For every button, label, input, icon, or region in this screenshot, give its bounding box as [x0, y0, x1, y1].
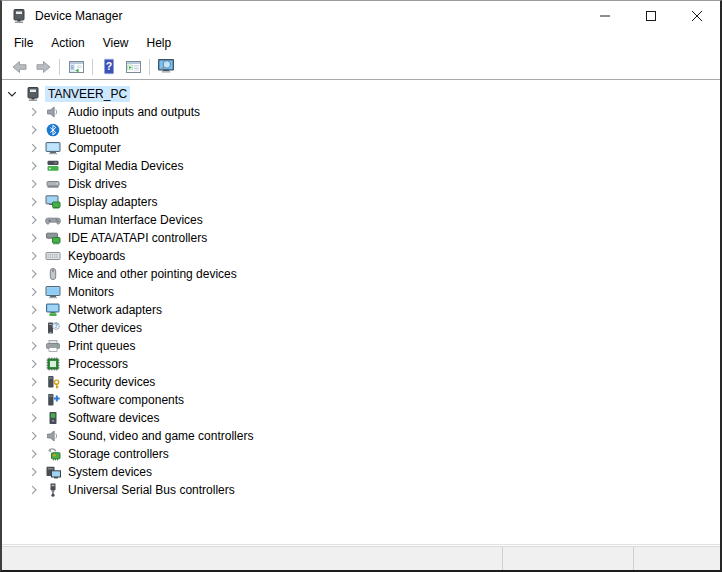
tree-item-label[interactable]: Universal Serial Bus controllers	[65, 482, 238, 498]
tree-item-keyboards[interactable]: Keyboards	[2, 247, 720, 265]
chevron-right-icon[interactable]	[26, 320, 42, 336]
security-device-icon	[45, 374, 61, 390]
tree-item-bluetooth[interactable]: Bluetooth	[2, 121, 720, 139]
chevron-right-icon[interactable]	[26, 446, 42, 462]
tree-item-label[interactable]: Network adapters	[65, 302, 165, 318]
show-action-pane-button[interactable]	[122, 56, 144, 78]
maximize-button[interactable]	[628, 1, 674, 31]
chevron-right-icon[interactable]	[26, 122, 42, 138]
tree-item-label[interactable]: Monitors	[65, 284, 117, 300]
monitor-icon	[45, 284, 61, 300]
chevron-right-icon[interactable]	[26, 104, 42, 120]
gamepad-icon	[45, 212, 61, 228]
tree-item-ide-ata-atapi-controllers[interactable]: IDE ATA/ATAPI controllers	[2, 229, 720, 247]
tree-item-label[interactable]: Human Interface Devices	[65, 212, 206, 228]
tree-item-network-adapters[interactable]: Network adapters	[2, 301, 720, 319]
tree-item-label[interactable]: Digital Media Devices	[65, 158, 186, 174]
menu-view[interactable]: View	[94, 31, 138, 54]
tree-item-label[interactable]: Storage controllers	[65, 446, 172, 462]
close-button[interactable]	[674, 1, 720, 31]
menu-action[interactable]: Action	[42, 31, 93, 54]
tree-item-label[interactable]: System devices	[65, 464, 155, 480]
tree-item-computer[interactable]: Computer	[2, 139, 720, 157]
tree-item-processors[interactable]: Processors	[2, 355, 720, 373]
chevron-right-icon[interactable]	[26, 248, 42, 264]
tree-item-label[interactable]: Security devices	[65, 374, 158, 390]
tree-item-label[interactable]: IDE ATA/ATAPI controllers	[65, 230, 210, 246]
chevron-right-icon[interactable]	[26, 374, 42, 390]
tree-item-universal-serial-bus-controllers[interactable]: Universal Serial Bus controllers	[2, 481, 720, 499]
tree-item-label[interactable]: Software components	[65, 392, 187, 408]
chevron-right-icon[interactable]	[26, 266, 42, 282]
chevron-right-icon[interactable]	[26, 482, 42, 498]
tree-item-label[interactable]: Computer	[65, 140, 124, 156]
tree-item-label[interactable]: Display adapters	[65, 194, 160, 210]
tree-item-digital-media-devices[interactable]: Digital Media Devices	[2, 157, 720, 175]
tree-item-system-devices[interactable]: System devices	[2, 463, 720, 481]
chevron-right-icon[interactable]	[26, 338, 42, 354]
display-adapter-icon	[45, 194, 61, 210]
tree-item-label[interactable]: TANVEER_PC	[45, 86, 130, 102]
tree-item-mice-and-other-pointing-devices[interactable]: Mice and other pointing devices	[2, 265, 720, 283]
menu-help[interactable]: Help	[138, 31, 181, 54]
tree-item-label[interactable]: Keyboards	[65, 248, 128, 264]
tree-item-label[interactable]: Processors	[65, 356, 131, 372]
storage-controller-icon	[45, 446, 61, 462]
chevron-right-icon[interactable]	[26, 230, 42, 246]
tree-item-monitors[interactable]: Monitors	[2, 283, 720, 301]
mouse-icon	[45, 266, 61, 282]
device-tree: TANVEER_PCAudio inputs and outputsBlueto…	[2, 85, 720, 499]
statusbar-section-2	[503, 547, 634, 570]
scan-hardware-changes-button[interactable]	[155, 56, 177, 78]
back-button[interactable]	[8, 56, 30, 78]
minimize-button[interactable]	[582, 1, 628, 31]
tree-item-software-devices[interactable]: Software devices	[2, 409, 720, 427]
tree-item-label[interactable]: Disk drives	[65, 176, 130, 192]
chevron-right-icon[interactable]	[26, 194, 42, 210]
chevron-right-icon[interactable]	[26, 302, 42, 318]
chevron-right-icon[interactable]	[26, 176, 42, 192]
tree-item-label[interactable]: Bluetooth	[65, 122, 122, 138]
tree-item-display-adapters[interactable]: Display adapters	[2, 193, 720, 211]
chevron-right-icon[interactable]	[26, 212, 42, 228]
chevron-right-icon[interactable]	[26, 158, 42, 174]
chevron-right-icon[interactable]	[26, 356, 42, 372]
tree-item-security-devices[interactable]: Security devices	[2, 373, 720, 391]
chevron-down-icon[interactable]	[4, 86, 20, 102]
tree-item-label[interactable]: Other devices	[65, 320, 145, 336]
help-button[interactable]: ?	[98, 56, 120, 78]
maximize-icon	[646, 11, 656, 21]
forward-button[interactable]	[32, 56, 54, 78]
tree-root-tanveer-pc[interactable]: TANVEER_PC	[2, 85, 720, 103]
menubar: FileActionViewHelp	[2, 31, 720, 54]
svg-text:?: ?	[106, 60, 112, 72]
ide-controller-icon	[45, 230, 61, 246]
minimize-icon	[600, 11, 610, 21]
chevron-right-icon[interactable]	[26, 428, 42, 444]
chevron-right-icon[interactable]	[26, 140, 42, 156]
chevron-right-icon[interactable]	[26, 392, 42, 408]
chevron-right-icon[interactable]	[26, 410, 42, 426]
device-manager-window: Device Manager FileActionViewHelp ?	[0, 0, 722, 572]
chevron-right-icon[interactable]	[26, 284, 42, 300]
toolbar: ?	[2, 54, 720, 80]
tree-item-storage-controllers[interactable]: Storage controllers	[2, 445, 720, 463]
menu-file[interactable]: File	[5, 31, 42, 54]
tree-item-other-devices[interactable]: ?Other devices	[2, 319, 720, 337]
chevron-right-icon[interactable]	[26, 464, 42, 480]
tree-item-print-queues[interactable]: Print queues	[2, 337, 720, 355]
tree-item-software-components[interactable]: Software components	[2, 391, 720, 409]
tree-item-label[interactable]: Print queues	[65, 338, 138, 354]
tree-item-label[interactable]: Software devices	[65, 410, 162, 426]
tree-item-human-interface-devices[interactable]: Human Interface Devices	[2, 211, 720, 229]
show-console-tree-button[interactable]	[65, 56, 87, 78]
tree-item-label[interactable]: Audio inputs and outputs	[65, 104, 203, 120]
tree-item-label[interactable]: Mice and other pointing devices	[65, 266, 240, 282]
tree-item-disk-drives[interactable]: Disk drives	[2, 175, 720, 193]
tree-item-audio-inputs-and-outputs[interactable]: Audio inputs and outputs	[2, 103, 720, 121]
device-manager-icon	[11, 8, 27, 24]
help-icon: ?	[101, 58, 117, 75]
tree-item-label[interactable]: Sound, video and game controllers	[65, 428, 256, 444]
printer-icon	[45, 338, 61, 354]
tree-item-sound-video-and-game-controllers[interactable]: Sound, video and game controllers	[2, 427, 720, 445]
